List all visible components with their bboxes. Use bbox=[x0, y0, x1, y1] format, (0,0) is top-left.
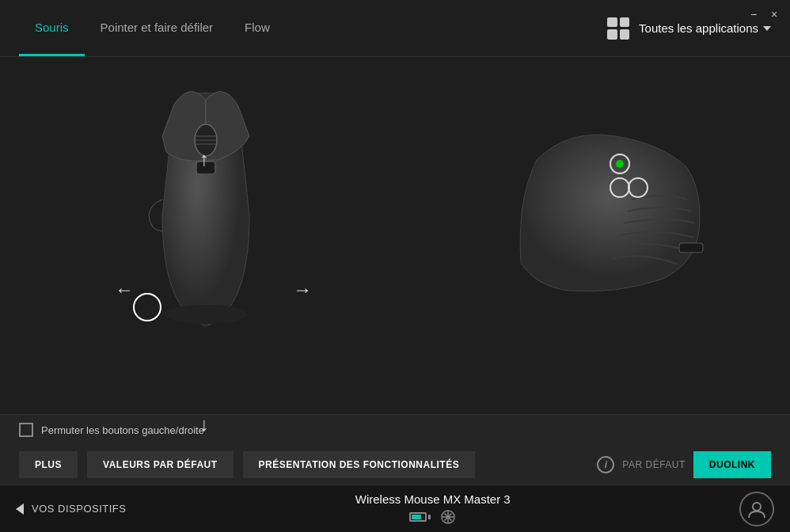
tab-souris[interactable]: Souris bbox=[19, 0, 85, 56]
nav-tabs: Souris Pointer et faire défiler Flow bbox=[19, 0, 286, 56]
duolink-button[interactable]: DUOLINK bbox=[693, 451, 771, 478]
footer: VOS DISPOSITIFS Wireless Mouse MX Master… bbox=[0, 484, 790, 532]
svg-text:logi: logi bbox=[196, 234, 207, 241]
checkbox-row: Permuter les boutons gauche/droite bbox=[19, 423, 204, 437]
tab-flow[interactable]: Flow bbox=[229, 0, 286, 56]
minimize-button[interactable]: − bbox=[744, 5, 763, 24]
mouse-area: logi ↑ ↓ ← → bbox=[0, 57, 790, 414]
battery-cap bbox=[428, 515, 431, 519]
arrow-down: ↓ bbox=[199, 413, 209, 435]
swap-buttons-label: Permuter les boutons gauche/droite bbox=[41, 424, 204, 436]
battery-icon bbox=[409, 512, 431, 522]
bottom-controls: Permuter les boutons gauche/droite bbox=[0, 414, 790, 445]
svg-rect-7 bbox=[679, 243, 703, 253]
par-defaut-label: PAR DÉFAUT bbox=[622, 459, 685, 470]
action-buttons-row: PLUS VALEURS PAR DÉFAUT PRÉSENTATION DES… bbox=[0, 445, 790, 484]
back-label: VOS DISPOSITIFS bbox=[32, 503, 126, 515]
main-content: logi ↑ ↓ ← → bbox=[0, 57, 790, 484]
side-button-circle-left[interactable] bbox=[133, 293, 161, 321]
features-button[interactable]: PRÉSENTATION DES FONCTIONNALITÉS bbox=[243, 451, 476, 478]
arrow-up: ↑ bbox=[199, 148, 209, 170]
logi-icon bbox=[440, 509, 456, 525]
battery-body bbox=[409, 512, 427, 522]
info-icon[interactable]: i bbox=[597, 456, 614, 473]
battery-fill bbox=[412, 515, 421, 519]
device-name: Wireless Mouse MX Master 3 bbox=[355, 492, 511, 506]
mouse-side-view bbox=[505, 120, 711, 302]
plus-button[interactable]: PLUS bbox=[19, 451, 78, 478]
arrow-right: → bbox=[293, 279, 312, 301]
grid-icon[interactable] bbox=[607, 17, 629, 40]
chevron-left-icon bbox=[16, 504, 24, 515]
header: Souris Pointer et faire défiler Flow Tou… bbox=[0, 0, 790, 57]
close-button[interactable]: × bbox=[765, 5, 784, 24]
footer-center: Wireless Mouse MX Master 3 bbox=[126, 492, 739, 525]
arrow-left: ← bbox=[115, 279, 134, 301]
swap-buttons-checkbox[interactable] bbox=[19, 423, 33, 437]
title-bar: − × bbox=[738, 0, 790, 28]
tab-pointer[interactable]: Pointer et faire défiler bbox=[85, 0, 230, 56]
avatar bbox=[739, 492, 774, 526]
footer-icons bbox=[409, 509, 456, 525]
defaults-button[interactable]: VALEURS PAR DÉFAUT bbox=[87, 451, 234, 478]
back-to-devices[interactable]: VOS DISPOSITIFS bbox=[16, 503, 126, 515]
user-icon bbox=[746, 499, 767, 519]
svg-point-9 bbox=[616, 160, 624, 168]
svg-point-17 bbox=[753, 503, 761, 511]
profile-button[interactable] bbox=[739, 492, 774, 526]
svg-point-6 bbox=[165, 305, 247, 324]
